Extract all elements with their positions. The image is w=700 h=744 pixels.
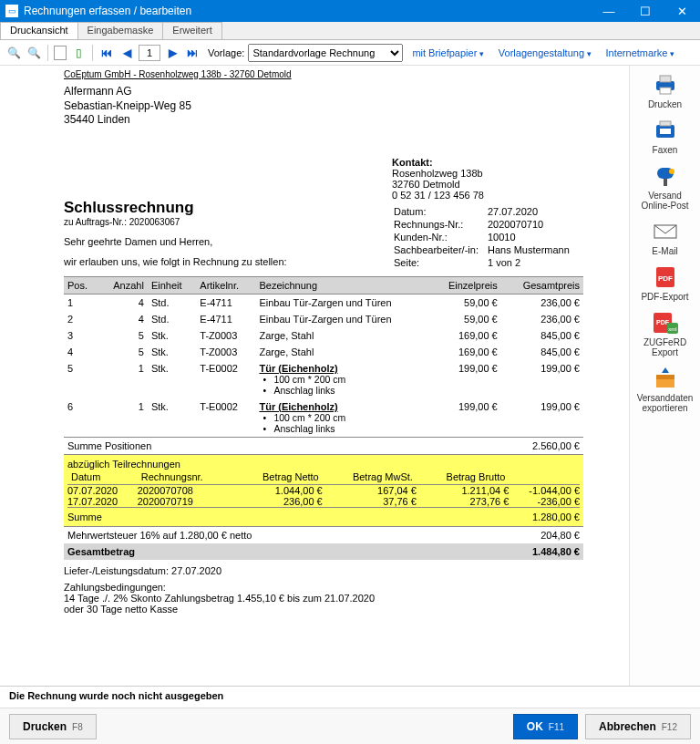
table-row: 24Std.E-4711Einbau Tür-Zargen und Türen5… xyxy=(64,311,583,327)
svg-text:PDF: PDF xyxy=(658,274,673,283)
rail-drucken[interactable]: Drucken xyxy=(633,73,697,109)
close-button[interactable]: ✕ xyxy=(664,0,700,22)
printer-icon xyxy=(652,73,679,97)
table-row: 07.07.202020200707081.044,00 €167,04 €1.… xyxy=(67,484,580,496)
delivery-date: Liefer-/Leistungsdatum: 27.07.2020 xyxy=(64,565,622,576)
status-bar: Die Rechnung wurde noch nicht ausgegeben xyxy=(0,686,700,708)
window-titlebar: ▭ Rechnungen erfassen / bearbeiten — ☐ ✕ xyxy=(0,0,700,22)
svg-text:xml: xml xyxy=(668,326,676,332)
svg-rect-2 xyxy=(660,88,671,94)
document-meta: Kontakt: Rosenholzweg 138b 32760 Detmold… xyxy=(392,157,579,270)
tab-druckansicht[interactable]: Druckansicht xyxy=(0,22,78,39)
payment-terms: Zahlungsbedingungen: 14 Tage ./. 2% Skon… xyxy=(64,582,622,615)
window-title: Rechnungen erfassen / bearbeiten xyxy=(24,5,191,17)
totals-block: Mehrwertsteuer 16% auf 1.280,00 € netto2… xyxy=(64,527,583,560)
fax-icon xyxy=(652,119,679,142)
abbrechen-button[interactable]: AbbrechenF12 xyxy=(585,714,691,739)
table-row: 45Stk.T-Z0003Zarge, Stahl169,00 €845,00 … xyxy=(64,344,583,360)
recipient-address: Alfermann AG Sebastian-Kneipp-Weg 85 354… xyxy=(64,85,622,128)
dialog-buttons: DruckenF8 OKF11 AbbrechenF12 xyxy=(0,708,700,744)
email-icon xyxy=(652,220,679,243)
zugferd-icon: PDFxml xyxy=(652,311,679,335)
export-box-icon xyxy=(652,367,679,390)
table-row: 14Std.E-4711Einbau Tür-Zargen und Türen5… xyxy=(64,294,583,311)
maximize-button[interactable]: ☐ xyxy=(627,0,664,22)
nav-last-icon[interactable]: ⏭ xyxy=(184,45,201,61)
app-icon: ▭ xyxy=(5,5,18,17)
toolbar: 🔍 🔍 ▯ ⏮ ◀ ▶ ⏭ Vorlage: Standardvorlage R… xyxy=(0,40,700,66)
line-items-table: Pos. Anzahl Einheit Artikelnr. Bezeichnu… xyxy=(64,276,583,454)
table-row: 17.07.20202020070719236,00 €37,76 €273,7… xyxy=(67,496,580,508)
tab-erweitert[interactable]: Erweitert xyxy=(162,22,221,39)
pdf-icon: PDF xyxy=(652,265,679,289)
drucken-button[interactable]: DruckenF8 xyxy=(9,714,97,739)
zoom-in-icon[interactable]: 🔍 xyxy=(26,45,42,61)
view-tabs: Druckansicht Eingabemaske Erweitert xyxy=(0,22,700,40)
ok-button[interactable]: OKF11 xyxy=(513,714,578,739)
tab-eingabemaske[interactable]: Eingabemaske xyxy=(77,22,164,39)
svg-marker-18 xyxy=(662,367,669,373)
svg-point-7 xyxy=(669,169,674,174)
table-row: 61Stk.T-E0002Tür (Eichenholz)100 cm * 20… xyxy=(64,398,583,438)
page-two-icon[interactable]: ▯ xyxy=(70,45,87,61)
svg-rect-5 xyxy=(660,121,671,126)
nav-next-icon[interactable]: ▶ xyxy=(164,45,180,61)
rail-pdf-export[interactable]: PDF PDF-Export xyxy=(633,265,697,302)
nav-prev-icon[interactable]: ◀ xyxy=(118,45,135,61)
svg-rect-17 xyxy=(656,375,674,379)
internetmarke-link[interactable]: Internetmarke xyxy=(606,47,674,58)
sender-line: CoEptum GmbH - Rosenholzweg 138b - 32760… xyxy=(64,69,622,79)
status-text: Die Rechnung wurde noch nicht ausgegeben xyxy=(9,690,223,701)
table-row: 51Stk.T-E0002Tür (Eichenholz)100 cm * 20… xyxy=(64,360,583,398)
rail-faxen[interactable]: Faxen xyxy=(633,119,697,155)
rail-versanddaten-exportieren[interactable]: Versanddaten exportieren xyxy=(633,367,697,413)
document-preview: CoEptum GmbH - Rosenholzweg 138b - 32760… xyxy=(0,66,629,686)
svg-rect-1 xyxy=(660,76,671,82)
partial-invoices: abzüglich Teilrechnungen Datum Rechnungs… xyxy=(64,454,583,527)
nav-first-icon[interactable]: ⏮ xyxy=(98,45,115,61)
table-row: 35Stk.T-Z0003Zarge, Stahl169,00 €845,00 … xyxy=(64,327,583,344)
svg-rect-8 xyxy=(664,179,667,186)
zoom-out-icon[interactable]: 🔍 xyxy=(5,45,22,61)
page-number-input[interactable] xyxy=(139,45,160,61)
mailbox-icon xyxy=(652,164,679,188)
rail-zugferd-export[interactable]: PDFxml ZUGFeRD Export xyxy=(633,311,697,357)
rail-email[interactable]: E-Mail xyxy=(633,220,697,256)
template-select[interactable]: Standardvorlage Rechnung xyxy=(248,44,403,62)
template-label: Vorlage: xyxy=(208,47,244,58)
minimize-button[interactable]: — xyxy=(591,0,627,22)
rail-versand-online[interactable]: Versand Online-Post xyxy=(633,164,697,211)
briefpapier-link[interactable]: mit Briefpapier xyxy=(412,47,483,58)
page-fit-icon[interactable] xyxy=(54,46,67,60)
vorlagengestaltung-link[interactable]: Vorlagengestaltung xyxy=(499,47,592,58)
action-rail: Drucken Faxen Versand Online-Post E-Mail… xyxy=(629,66,700,686)
svg-rect-4 xyxy=(660,129,671,134)
